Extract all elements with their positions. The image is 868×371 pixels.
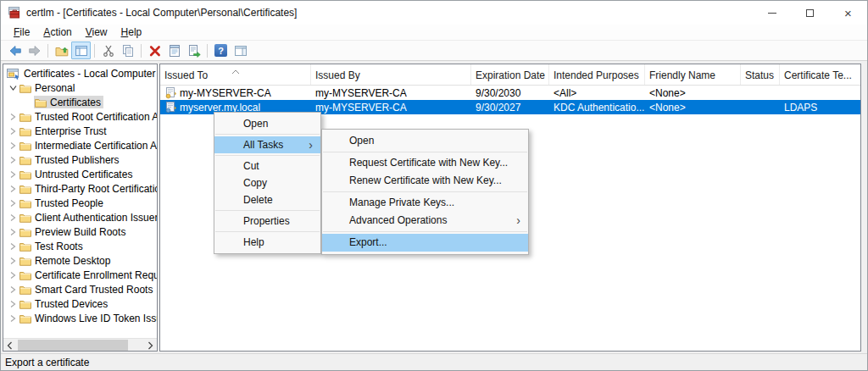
tree-item-certificates[interactable]: Certificates [3, 95, 157, 109]
cell-text: my-MYSERVER-CA [180, 87, 271, 99]
column-header-intended-purposes[interactable]: Intended Purposes [549, 64, 645, 85]
column-header-label: Issued By [315, 69, 360, 81]
tree-item-personal[interactable]: Personal [3, 80, 157, 95]
tree-item-test-roots[interactable]: Test Roots [3, 239, 157, 253]
chevron-collapsed-icon[interactable] [7, 299, 19, 309]
properties-button[interactable] [164, 42, 184, 59]
menu-item-help[interactable]: Help [214, 234, 320, 251]
chevron-collapsed-icon[interactable] [7, 270, 19, 280]
menu-item-export[interactable]: Export... [322, 234, 528, 252]
all-tasks-submenu: OpenRequest Certificate with New Key...R… [321, 129, 529, 255]
menu-item-cut[interactable]: Cut [214, 158, 320, 174]
cell-text: KDC Authenticatio... [554, 102, 644, 114]
close-button[interactable]: × [829, 1, 867, 25]
chevron-collapsed-icon[interactable] [7, 227, 19, 237]
column-header-friendly-name[interactable]: Friendly Name [645, 64, 741, 85]
help-button[interactable]: ? [211, 42, 231, 59]
back-button[interactable] [5, 42, 25, 59]
chevron-collapsed-icon[interactable] [7, 184, 19, 194]
cut-icon [102, 44, 115, 58]
column-header-issued-to[interactable]: Issued To [160, 64, 311, 85]
maximize-button[interactable] [791, 1, 829, 25]
menu-item-renew-certificate-with-new-key[interactable]: Renew Certificate with New Key... [322, 172, 528, 190]
chevron-expanded-icon[interactable] [7, 83, 19, 92]
chevron-collapsed-icon[interactable] [7, 256, 19, 266]
menu-file[interactable]: File [7, 25, 36, 41]
toolbar: ? [1, 41, 867, 61]
forward-button[interactable] [25, 42, 44, 59]
menu-item-manage-private-keys[interactable]: Manage Private Keys... [322, 194, 528, 212]
up-one-level-button[interactable] [52, 42, 71, 59]
cell-intended-purposes: <All> [549, 86, 645, 100]
menu-item-open[interactable]: Open [322, 132, 528, 150]
cut-button[interactable] [98, 42, 118, 59]
menu-help[interactable]: Help [114, 25, 149, 41]
tree-item-remote-desktop[interactable]: Remote Desktop [3, 253, 157, 268]
scrollbar-thumb[interactable] [18, 340, 128, 351]
column-header-issued-by[interactable]: Issued By [311, 64, 471, 85]
chevron-collapsed-icon[interactable] [7, 213, 19, 223]
tree-item-preview-build-roots[interactable]: Preview Build Roots [3, 224, 157, 239]
tree-item-label: Smart Card Trusted Roots [35, 284, 153, 296]
tree-item-trusted-root-certification-authorities[interactable]: Trusted Root Certification Authorities [3, 109, 157, 124]
tree-item-trusted-people[interactable]: Trusted People [3, 196, 157, 210]
show-action-pane-button[interactable] [231, 42, 250, 59]
menu-view[interactable]: View [79, 25, 114, 41]
tree-item-smart-card-trusted-roots[interactable]: Smart Card Trusted Roots [3, 282, 157, 296]
menu-item-advanced-operations[interactable]: Advanced Operations› [322, 212, 528, 230]
cell-issued-to: my-MYSERVER-CA [160, 86, 311, 100]
column-header-certificate-te[interactable]: Certificate Te... [780, 64, 860, 85]
tree-item-trusted-devices[interactable]: Trusted Devices [3, 296, 157, 311]
certlm-window: certlm - [Certificates - Local Computer\… [0, 0, 868, 371]
chevron-collapsed-icon[interactable] [7, 285, 19, 295]
certificate-row-my-myserver-ca[interactable]: my-MYSERVER-CAmy-MYSERVER-CA9/30/2030<Al… [160, 86, 860, 100]
tree-item-client-authentication-issuers[interactable]: Client Authentication Issuers [3, 210, 157, 224]
tree-item-certificates-local-computer[interactable]: Certificates - Local Computer [3, 66, 157, 80]
menu-item-request-certificate-with-new-key[interactable]: Request Certificate with New Key... [322, 154, 528, 172]
minimize-button[interactable] [753, 1, 791, 25]
tree-item-core: Smart Card Trusted Roots [19, 283, 155, 296]
list-column-headers: Issued ToIssued ByExpiration DateIntende… [160, 64, 860, 86]
tree-item-windows-live-id-token-issuer[interactable]: Windows Live ID Token Issuer [3, 311, 157, 325]
menu-item-label: Cut [243, 160, 259, 172]
tree-item-certificate-enrollment-requests[interactable]: Certificate Enrollment Requests [3, 268, 157, 282]
tree-item-enterprise-trust[interactable]: Enterprise Trust [3, 124, 157, 138]
delete-button[interactable] [145, 42, 164, 59]
tree-item-label: Certificates - Local Computer [24, 68, 155, 80]
show-console-tree-button[interactable] [71, 42, 91, 59]
certlm-app-icon [8, 6, 21, 19]
horizontal-scrollbar[interactable] [3, 338, 157, 351]
tree-item-untrusted-certificates[interactable]: Untrusted Certificates [3, 167, 157, 181]
export-list-button[interactable] [184, 42, 203, 59]
tree-item-label: Remote Desktop [35, 255, 110, 267]
tree-item-third-party-root-certification-authorities[interactable]: Third-Party Root Certification Authoriti… [3, 181, 157, 196]
scroll-right-arrow-icon[interactable] [144, 339, 157, 352]
chevron-collapsed-icon[interactable] [7, 198, 19, 208]
column-header-status[interactable]: Status [741, 64, 780, 85]
tree-item-intermediate-certification-authorities[interactable]: Intermediate Certification Authorities [3, 138, 157, 152]
column-header-expiration-date[interactable]: Expiration Date [471, 64, 549, 85]
menu-item-delete[interactable]: Delete [214, 191, 320, 208]
submenu-arrow-icon: › [516, 212, 520, 230]
tree-item-trusted-publishers[interactable]: Trusted Publishers [3, 152, 157, 167]
chevron-collapsed-icon[interactable] [7, 313, 19, 324]
menu-item-all-tasks[interactable]: All Tasks› [214, 136, 320, 153]
menu-item-label: Export... [349, 236, 387, 248]
menu-action[interactable]: Action [36, 25, 78, 41]
chevron-collapsed-icon[interactable] [7, 112, 19, 122]
chevron-collapsed-icon[interactable] [7, 169, 19, 180]
cell-certificate-te: LDAPS [780, 100, 860, 114]
copy-button[interactable] [118, 42, 137, 59]
scroll-left-arrow-icon[interactable] [3, 339, 16, 352]
tree-item-core: Certificates [34, 96, 103, 108]
chevron-collapsed-icon[interactable] [7, 141, 19, 151]
chevron-collapsed-icon[interactable] [7, 126, 19, 136]
menu-item-open[interactable]: Open [214, 115, 320, 132]
menu-item-label: All Tasks [243, 139, 283, 151]
folder-icon [35, 97, 47, 108]
chevron-collapsed-icon[interactable] [7, 241, 19, 252]
menu-item-properties[interactable]: Properties [214, 213, 320, 230]
menu-item-copy[interactable]: Copy [214, 174, 320, 191]
chevron-collapsed-icon[interactable] [7, 155, 19, 165]
tree-item-core: Windows Live ID Token Issuer [19, 312, 158, 324]
